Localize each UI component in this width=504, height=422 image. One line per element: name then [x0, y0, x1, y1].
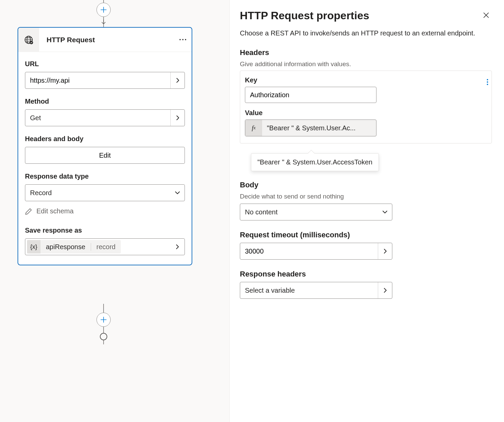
header-value-expression[interactable]: fx "Bearer " & System.User.Ac... — [245, 120, 376, 136]
close-icon — [482, 11, 490, 19]
body-section-help: Decide what to send or send nothing — [240, 193, 492, 200]
value-label: Value — [245, 109, 487, 117]
timeout-expand-button[interactable] — [378, 243, 392, 259]
variable-icon: {x} — [27, 240, 40, 254]
save-as-expand-button[interactable] — [170, 239, 185, 255]
expression-tooltip: "Bearer " & System.User.AccessToken — [251, 153, 379, 171]
plus-icon — [100, 6, 107, 13]
variable-chip[interactable]: {x} apiResponse record — [27, 240, 121, 254]
response-headers-value: Select a variable — [240, 287, 378, 294]
chevron-down-icon — [170, 191, 185, 195]
chevron-right-icon — [176, 77, 180, 83]
card-header: HTTP Request ··· — [18, 28, 192, 52]
plus-icon — [100, 316, 107, 323]
timeout-input-row[interactable] — [240, 243, 392, 260]
body-value: No content — [240, 208, 378, 216]
url-input[interactable] — [25, 77, 170, 84]
response-type-value: Record — [25, 189, 170, 197]
save-as-label: Save response as — [25, 227, 185, 234]
key-label: Key — [245, 76, 487, 84]
timeout-input[interactable] — [240, 247, 378, 255]
response-headers-expand-button[interactable] — [378, 282, 392, 298]
edit-schema-label: Edit schema — [36, 207, 74, 215]
header-value-text: "Bearer " & System.User.Ac... — [262, 124, 376, 132]
flow-canvas: HTTP Request ··· URL Method Get — [0, 0, 229, 422]
http-request-card[interactable]: HTTP Request ··· URL Method Get — [18, 27, 192, 265]
card-title: HTTP Request — [39, 36, 175, 44]
chevron-down-icon — [378, 210, 392, 214]
body-section-title: Body — [240, 181, 492, 189]
header-item: Key Value fx "Bearer " & System.User.Ac.… — [240, 71, 492, 143]
save-as-row[interactable]: {x} apiResponse record — [25, 238, 185, 255]
method-label: Method — [25, 98, 185, 105]
variable-type: record — [91, 243, 121, 251]
pencil-icon — [25, 208, 32, 215]
header-key-input[interactable] — [245, 91, 376, 99]
edit-headers-body-button[interactable]: Edit — [25, 147, 185, 164]
timeout-section-title: Request timeout (milliseconds) — [240, 231, 492, 239]
chevron-right-icon — [175, 244, 179, 250]
header-key-input-wrap[interactable] — [245, 87, 376, 103]
http-request-icon — [18, 28, 39, 52]
edit-schema-link[interactable]: Edit schema — [25, 207, 185, 215]
chevron-right-icon — [383, 287, 387, 293]
headers-section-help: Give additional information with values. — [240, 60, 492, 68]
response-type-select[interactable]: Record — [25, 184, 185, 201]
end-node-icon — [100, 333, 107, 340]
add-node-button-bottom[interactable] — [96, 313, 111, 327]
header-more-button[interactable] — [487, 79, 488, 85]
card-more-button[interactable]: ··· — [175, 35, 192, 44]
headers-body-label: Headers and body — [25, 135, 185, 143]
body-select[interactable]: No content — [240, 204, 392, 220]
panel-title: HTTP Request properties — [240, 9, 369, 22]
arrow-down-icon — [101, 20, 106, 24]
url-expand-button[interactable] — [170, 72, 185, 88]
url-input-row[interactable] — [25, 72, 185, 89]
properties-panel: HTTP Request properties Choose a REST AP… — [229, 0, 504, 422]
fx-icon: fx — [245, 120, 262, 136]
response-type-label: Response data type — [25, 173, 185, 180]
variable-name: apiResponse — [40, 243, 91, 251]
response-headers-row[interactable]: Select a variable — [240, 282, 392, 299]
response-headers-title: Response headers — [240, 270, 492, 279]
url-label: URL — [25, 60, 185, 68]
headers-section-title: Headers — [240, 48, 492, 57]
chevron-right-icon — [176, 115, 180, 121]
method-input-row[interactable]: Get — [25, 109, 185, 126]
panel-description: Choose a REST API to invoke/sends an HTT… — [240, 28, 492, 38]
method-expand-button[interactable] — [170, 110, 185, 126]
add-node-button-top[interactable] — [96, 3, 111, 17]
close-panel-button[interactable] — [480, 9, 492, 21]
chevron-right-icon — [383, 248, 387, 254]
method-value: Get — [25, 114, 170, 122]
